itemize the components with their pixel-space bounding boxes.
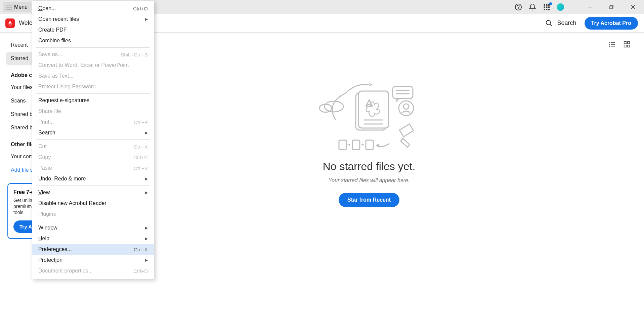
menu-separator bbox=[36, 93, 150, 94]
svg-rect-40 bbox=[339, 140, 346, 150]
svg-rect-27 bbox=[628, 45, 630, 47]
menu-open[interactable]: Open...Ctrl+O bbox=[32, 3, 154, 14]
svg-rect-26 bbox=[624, 45, 626, 47]
empty-illustration bbox=[315, 73, 423, 154]
close-button[interactable] bbox=[625, 2, 641, 12]
svg-rect-37 bbox=[393, 86, 413, 98]
chevron-right-icon: ▶ bbox=[145, 190, 148, 195]
svg-point-31 bbox=[399, 101, 414, 116]
menu-save-as: Save as...Shift+Ctrl+S bbox=[32, 49, 154, 60]
menu-separator bbox=[36, 221, 150, 221]
svg-rect-41 bbox=[352, 140, 360, 150]
minimize-button[interactable] bbox=[582, 2, 598, 12]
menu-separator bbox=[36, 47, 150, 48]
svg-line-17 bbox=[550, 24, 552, 26]
star-from-recent-button[interactable]: Star from Recent bbox=[339, 193, 399, 207]
menu-combine-files[interactable]: Combine files bbox=[32, 35, 154, 46]
user-avatar[interactable] bbox=[557, 3, 564, 11]
svg-rect-24 bbox=[624, 42, 626, 44]
chevron-right-icon: ▶ bbox=[145, 236, 148, 241]
svg-rect-25 bbox=[628, 42, 630, 44]
apps-icon[interactable] bbox=[543, 3, 551, 11]
menu-protection[interactable]: Protection▶ bbox=[32, 255, 154, 265]
svg-point-21 bbox=[609, 42, 610, 43]
svg-rect-6 bbox=[546, 6, 547, 8]
menu-create-pdf[interactable]: Create PDF bbox=[32, 25, 154, 35]
svg-point-23 bbox=[609, 46, 610, 47]
svg-point-32 bbox=[403, 104, 409, 109]
menu-save-as-text: Save as Text... bbox=[32, 71, 154, 81]
svg-point-16 bbox=[546, 20, 550, 25]
menu-plugins: Plugins bbox=[32, 209, 154, 219]
menu-view[interactable]: View▶ bbox=[32, 187, 154, 198]
menu-separator bbox=[36, 139, 150, 140]
chevron-right-icon: ▶ bbox=[145, 225, 148, 230]
grid-view-icon[interactable] bbox=[623, 41, 631, 48]
menu-undo-redo[interactable]: Undo, Redo & more▶ bbox=[32, 173, 154, 184]
notification-dot bbox=[549, 2, 552, 5]
acrobat-logo-icon bbox=[5, 18, 15, 28]
menu-doc-properties: Document properties...Ctrl+D bbox=[32, 265, 154, 276]
bell-icon[interactable] bbox=[528, 3, 536, 11]
menu-open-recent[interactable]: Open recent files▶ bbox=[32, 14, 154, 25]
main-menu-dropdown: Open...Ctrl+O Open recent files▶ Create … bbox=[32, 1, 154, 279]
svg-rect-9 bbox=[546, 9, 547, 10]
menu-disable-new[interactable]: Disable new Acrobat Reader bbox=[32, 198, 154, 209]
menu-search[interactable]: Search▶ bbox=[32, 127, 154, 138]
svg-rect-8 bbox=[544, 9, 545, 10]
svg-rect-3 bbox=[546, 4, 547, 5]
list-view-icon[interactable] bbox=[608, 41, 616, 48]
svg-marker-43 bbox=[376, 143, 379, 148]
hamburger-icon bbox=[6, 5, 12, 9]
svg-rect-2 bbox=[544, 4, 545, 5]
menu-button[interactable]: Menu bbox=[3, 2, 31, 12]
try-acrobat-pro-button[interactable]: Try Acrobat Pro bbox=[585, 17, 638, 30]
chevron-right-icon: ▶ bbox=[145, 17, 148, 22]
svg-rect-34 bbox=[358, 91, 389, 128]
menu-window[interactable]: Window▶ bbox=[32, 222, 154, 233]
menu-protect-password: Protect Using Password bbox=[32, 81, 154, 92]
svg-rect-5 bbox=[544, 6, 545, 8]
search-icon bbox=[545, 19, 553, 27]
menu-request-signatures[interactable]: Request e-signatures bbox=[32, 95, 154, 106]
menu-help[interactable]: Help▶ bbox=[32, 233, 154, 244]
svg-rect-7 bbox=[548, 6, 550, 8]
content-area: No starred files yet. Your starred files… bbox=[94, 33, 644, 331]
menu-cut: CutCtrl+X bbox=[32, 141, 154, 152]
chevron-right-icon: ▶ bbox=[145, 176, 148, 181]
menu-paste: PasteCtrl+V bbox=[32, 163, 154, 173]
svg-point-1 bbox=[518, 8, 519, 9]
chevron-right-icon: ▶ bbox=[145, 130, 148, 135]
svg-rect-10 bbox=[548, 9, 550, 10]
empty-title: No starred files yet. bbox=[323, 160, 416, 173]
help-icon[interactable] bbox=[514, 3, 522, 11]
search-button[interactable]: Search bbox=[545, 19, 576, 27]
svg-point-22 bbox=[609, 44, 610, 45]
svg-rect-13 bbox=[610, 6, 612, 9]
svg-rect-42 bbox=[366, 140, 373, 150]
menu-convert: Convert to Word, Excel or PowerPoint bbox=[32, 60, 154, 71]
chevron-right-icon: ▶ bbox=[145, 258, 148, 262]
search-label: Search bbox=[557, 19, 576, 27]
maximize-button[interactable] bbox=[604, 2, 619, 12]
menu-share-file: Share file bbox=[32, 106, 154, 117]
menu-separator bbox=[36, 185, 150, 186]
empty-subtitle: Your starred files will appear here. bbox=[329, 177, 410, 183]
svg-marker-28 bbox=[369, 83, 373, 86]
menu-print: Print...Ctrl+P bbox=[32, 117, 154, 127]
menu-label: Menu bbox=[14, 4, 28, 10]
menu-preferences[interactable]: Preferences...Ctrl+K bbox=[32, 244, 154, 255]
menu-copy: CopyCtrl+C bbox=[32, 152, 154, 163]
